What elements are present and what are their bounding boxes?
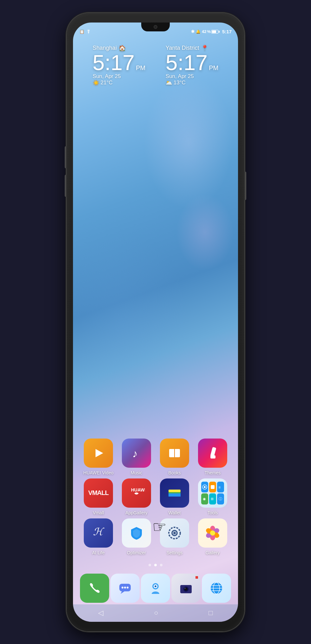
svg-point-20 — [173, 532, 176, 534]
page-dot-1[interactable] — [149, 564, 151, 566]
app-huawei-video[interactable]: HUAWEI Video — [81, 439, 116, 475]
phone-call-icon — [86, 580, 103, 596]
app-row-2: VMALL Vmall HUAWEI AppGallery — [79, 478, 232, 515]
svg-rect-5 — [210, 455, 215, 459]
date-right: Sun, Apr 25 — [166, 73, 218, 80]
video-play-icon — [90, 445, 106, 461]
dock-browser[interactable] — [202, 574, 231, 603]
app-music[interactable]: ♪ Music — [119, 439, 154, 475]
dock-phone[interactable] — [80, 574, 109, 603]
gallery-icon — [198, 518, 227, 548]
camera-icon — [178, 580, 194, 596]
svg-point-30 — [122, 587, 123, 589]
vmall-text-icon: VMALL — [88, 489, 109, 497]
time-right: 5:17 PM — [166, 52, 218, 73]
app-label-gallery: Gallery — [206, 550, 220, 555]
svg-text:HUAWEI: HUAWEI — [131, 487, 145, 492]
weather-icon-right: 🌥️ — [166, 80, 172, 86]
app-books[interactable]: Books — [157, 439, 192, 475]
ailife-logo-icon: ℋ — [90, 524, 107, 542]
status-right: ✱ 🔔 42 % 5:17 — [191, 29, 232, 34]
app-appgallery[interactable]: HUAWEI AppGallery — [119, 478, 154, 515]
wifi-icon — [86, 29, 91, 34]
assistant-icon — [147, 580, 164, 596]
message-bubble-icon — [117, 580, 133, 596]
app-optimizer[interactable]: Optimizer — [119, 518, 154, 555]
app-label-huawei-video: HUAWEI Video — [83, 470, 114, 475]
huawei-video-icon — [84, 439, 113, 468]
sim-icon: 📋 — [79, 29, 84, 34]
svg-text:◉: ◉ — [203, 497, 206, 501]
app-label-ailife: AI Life — [92, 550, 105, 555]
dock-assistant[interactable] — [141, 574, 170, 603]
app-label-appgallery: AppGallery — [125, 510, 147, 515]
svg-rect-8 — [169, 493, 181, 497]
dock-camera[interactable] — [171, 574, 201, 603]
page-dot-2[interactable] — [154, 564, 157, 566]
book-icon — [166, 445, 183, 462]
vmall-icon: VMALL — [84, 478, 113, 508]
notch — [141, 23, 170, 31]
shield-icon — [128, 524, 145, 542]
flower-icon — [204, 524, 221, 542]
svg-point-32 — [127, 587, 129, 589]
app-tools[interactable]: ≡ ◉ ⊞ ⓘ Tools — [195, 478, 230, 515]
volume-down-button[interactable] — [65, 175, 67, 197]
page-dot-3[interactable] — [160, 564, 162, 566]
weather-icon-left: ☀️ — [93, 80, 99, 86]
dock-messages[interactable] — [110, 574, 140, 603]
volume-up-button[interactable] — [65, 146, 67, 168]
svg-text:♪: ♪ — [132, 447, 138, 459]
phone-screen: 📋 ✱ 🔔 42 % 5 — [73, 23, 238, 622]
power-button[interactable] — [244, 172, 246, 200]
app-label-settings: Settings — [167, 550, 183, 555]
tools-icon: ≡ ◉ ⊞ ⓘ — [198, 478, 227, 508]
appgallery-icon: HUAWEI — [122, 478, 151, 508]
front-camera — [154, 25, 157, 29]
svg-rect-9 — [169, 490, 181, 492]
svg-point-11 — [204, 486, 206, 488]
recents-button[interactable]: □ — [208, 609, 213, 617]
app-label-books: Books — [169, 470, 181, 475]
back-button[interactable]: ◁ — [98, 609, 103, 617]
svg-text:ⓘ: ⓘ — [219, 497, 222, 501]
page-dots — [149, 564, 162, 566]
svg-point-35 — [155, 585, 156, 587]
app-label-optimizer: Optimizer — [127, 550, 146, 555]
app-label-tools: Tools — [208, 510, 218, 515]
app-gallery[interactable]: Gallery — [195, 518, 230, 555]
app-label-wallet: Wallet — [169, 510, 181, 515]
paintbrush-icon — [204, 445, 221, 462]
alarm-icon: 🔔 — [196, 29, 201, 34]
music-note-icon: ♪ — [129, 445, 144, 461]
app-vmall[interactable]: VMALL Vmall — [81, 478, 116, 515]
svg-point-31 — [124, 587, 126, 589]
time-left: 5:17 PM — [93, 52, 145, 73]
wallet-card-icon — [166, 485, 183, 502]
settings-icon — [160, 518, 189, 548]
app-ailife[interactable]: ℋ AI Life — [81, 518, 116, 555]
wallet-icon — [160, 478, 189, 508]
home-button[interactable]: ○ — [154, 609, 158, 617]
browser-globe-icon — [208, 580, 225, 596]
app-label-vmall: Vmall — [93, 510, 104, 515]
battery-display: 42 % — [202, 29, 220, 34]
app-grid: HUAWEI Video ♪ Music — [73, 439, 238, 555]
ailife-icon: ℋ — [84, 518, 113, 548]
clock-right: Yanta District 📍 5:17 PM Sun, Apr 25 🌥️ … — [166, 45, 218, 86]
app-settings[interactable]: Settings — [157, 518, 192, 555]
svg-marker-0 — [96, 449, 103, 457]
clock-area: Shanghai 🏠 5:17 PM Sun, Apr 25 ☀️ 21°C Y… — [73, 45, 238, 86]
notification-badge — [195, 576, 198, 579]
appgallery-logo-icon: HUAWEI — [128, 485, 145, 502]
app-wallet[interactable]: Wallet — [157, 478, 192, 515]
app-row-1: HUAWEI Video ♪ Music — [79, 439, 232, 475]
status-left: 📋 — [79, 29, 91, 34]
themes-icon — [198, 439, 227, 468]
svg-rect-12 — [211, 485, 215, 489]
weather-right: 🌥️ 13°C — [166, 80, 218, 86]
app-themes[interactable]: Themes — [195, 439, 230, 475]
gear-icon — [166, 524, 183, 542]
app-row-3: ℋ AI Life Optimizer — [79, 518, 232, 555]
date-left: Sun, Apr 25 — [93, 73, 145, 80]
